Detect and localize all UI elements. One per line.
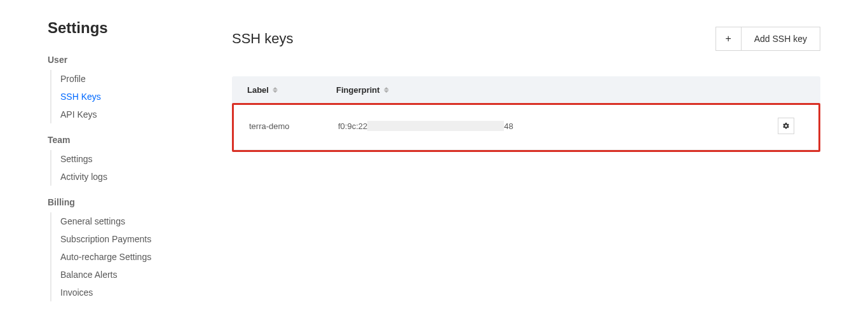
sort-icon: [273, 87, 278, 93]
sidebar-section-label-billing: Billing: [48, 197, 232, 207]
plus-icon: +: [726, 33, 731, 45]
sidebar-item-ssh-keys[interactable]: SSH Keys: [60, 88, 232, 106]
main-content: SSH keys + Add SSH key Label Fingerpr: [232, 19, 820, 305]
header-actions: + Add SSH key: [715, 27, 820, 51]
sidebar-item-api-keys[interactable]: API Keys: [60, 106, 232, 123]
column-header-label[interactable]: Label: [247, 85, 336, 95]
table-header-row: Label Fingerprint: [232, 76, 820, 104]
fingerprint-redacted: [367, 121, 504, 131]
sidebar-title: Settings: [48, 19, 232, 37]
sidebar-section-team: Team Settings Activity logs: [48, 135, 232, 186]
ssh-key-label: terra-demo: [249, 121, 338, 131]
sidebar-item-profile[interactable]: Profile: [60, 70, 232, 88]
plus-button[interactable]: +: [715, 27, 741, 51]
sidebar-item-balance-alerts[interactable]: Balance Alerts: [60, 266, 232, 284]
main-header: SSH keys + Add SSH key: [232, 27, 820, 51]
sidebar-item-invoices[interactable]: Invoices: [60, 284, 232, 301]
ssh-keys-table: Label Fingerprint terra-: [232, 76, 820, 152]
sidebar-item-activity-logs[interactable]: Activity logs: [60, 168, 232, 186]
sidebar-section-label-team: Team: [48, 135, 232, 145]
add-ssh-key-button[interactable]: Add SSH key: [741, 27, 820, 51]
row-settings-button[interactable]: [778, 118, 794, 134]
sidebar-item-team-settings[interactable]: Settings: [60, 150, 232, 168]
sidebar-section-billing: Billing General settings Subscription Pa…: [48, 197, 232, 301]
sidebar-section-label-user: User: [48, 55, 232, 65]
settings-sidebar: Settings User Profile SSH Keys API Keys …: [48, 19, 232, 305]
gear-icon: [782, 122, 790, 130]
ssh-key-fingerprint: f0:9c:22 48: [338, 121, 778, 131]
table-row: terra-demo f0:9c:22 48: [234, 105, 818, 150]
sort-icon: [384, 87, 389, 93]
sidebar-item-general-settings[interactable]: General settings: [60, 212, 232, 230]
page-title: SSH keys: [232, 31, 294, 47]
sidebar-item-auto-recharge-settings[interactable]: Auto-recharge Settings: [60, 248, 232, 266]
sidebar-item-subscription-payments[interactable]: Subscription Payments: [60, 230, 232, 248]
highlighted-row-outline: terra-demo f0:9c:22 48: [232, 103, 820, 152]
sidebar-section-user: User Profile SSH Keys API Keys: [48, 55, 232, 123]
column-header-fingerprint[interactable]: Fingerprint: [336, 85, 780, 95]
